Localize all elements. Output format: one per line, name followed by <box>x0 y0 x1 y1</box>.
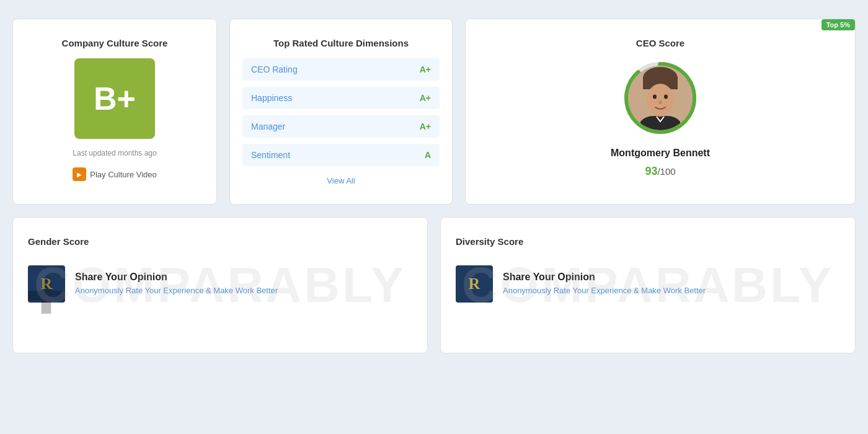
ceo-avatar-img <box>628 66 693 130</box>
culture-score-card: Company Culture Score B+ Last updated mo… <box>12 19 217 205</box>
culture-grade-box: B+ <box>74 58 155 139</box>
gender-share-opinion-row: R Share Your Opinion Anonymously Rate Yo… <box>28 265 412 303</box>
main-container: Company Culture Score B+ Last updated mo… <box>0 0 868 372</box>
dimension-grade-happiness: A+ <box>420 93 431 103</box>
diversity-share-title: Share Your Opinion <box>503 272 706 283</box>
ceo-score-denom: /100 <box>657 166 675 177</box>
ceo-score-number: 93 <box>645 165 657 177</box>
view-all-link[interactable]: View All <box>242 176 440 185</box>
bottom-row: Gender Score ✚ COMPARABLY R Share Your O… <box>12 217 856 353</box>
culture-score-title: Company Culture Score <box>62 38 168 48</box>
gender-score-title: Gender Score <box>28 236 412 247</box>
play-video-label: Play Culture Video <box>90 170 156 179</box>
top-row: Company Culture Score B+ Last updated mo… <box>12 19 856 205</box>
gender-share-text-block: Share Your Opinion Anonymously Rate Your… <box>75 272 278 296</box>
top5-badge: Top 5% <box>822 19 855 30</box>
ceo-score-card: CEO Score Top 5% <box>465 19 856 205</box>
diversity-share-text-block: Share Your Opinion Anonymously Rate Your… <box>503 272 706 296</box>
dimension-row-happiness[interactable]: Happiness A+ <box>242 87 440 109</box>
dimension-label-sentiment: Sentiment <box>251 150 290 160</box>
dimension-row-sentiment[interactable]: Sentiment A <box>242 144 440 166</box>
svg-point-7 <box>664 95 668 99</box>
diversity-score-card: Diversity Score COMPARABLY R Share Your … <box>440 217 856 353</box>
dimension-label-happiness: Happiness <box>251 93 292 103</box>
dimension-label-ceo-rating: CEO Rating <box>251 64 298 74</box>
svg-point-6 <box>653 95 657 99</box>
ceo-score-title: CEO Score <box>636 38 684 48</box>
gender-share-subtitle: Anonymously Rate Your Experience & Make … <box>75 285 278 296</box>
dimension-row-manager[interactable]: Manager A+ <box>242 115 440 138</box>
diversity-score-title: Diversity Score <box>456 236 840 247</box>
play-culture-video-button[interactable]: ▶ Play Culture Video <box>73 167 156 181</box>
ceo-score-text: 93/100 <box>645 165 675 178</box>
diversity-logo-box: R <box>456 265 493 303</box>
dimension-grade-manager: A+ <box>420 122 431 131</box>
play-icon: ▶ <box>73 167 86 181</box>
gender-share-title: Share Your Opinion <box>75 272 278 283</box>
diversity-share-subtitle: Anonymously Rate Your Experience & Make … <box>503 285 706 296</box>
svg-point-8 <box>659 100 662 104</box>
ceo-face-svg <box>628 66 693 130</box>
ceo-avatar-container <box>623 61 698 135</box>
culture-dimensions-title: Top Rated Culture Dimensions <box>242 38 440 48</box>
diversity-share-opinion-row: R Share Your Opinion Anonymously Rate Yo… <box>456 265 840 303</box>
ceo-name: Montgomery Bennett <box>611 148 710 159</box>
dimension-grade-sentiment: A <box>425 150 431 160</box>
dimension-row-ceo-rating[interactable]: CEO Rating A+ <box>242 58 440 81</box>
dimension-grade-ceo-rating: A+ <box>420 64 431 74</box>
pinwheel-icon: ✚ <box>25 268 67 326</box>
last-updated-text: Last updated months ago <box>73 149 156 157</box>
dimension-label-manager: Manager <box>251 122 285 131</box>
culture-dimensions-card: Top Rated Culture Dimensions CEO Rating … <box>229 19 453 205</box>
gender-score-card: Gender Score ✚ COMPARABLY R Share Your O… <box>12 217 428 353</box>
svg-point-5 <box>647 84 674 116</box>
